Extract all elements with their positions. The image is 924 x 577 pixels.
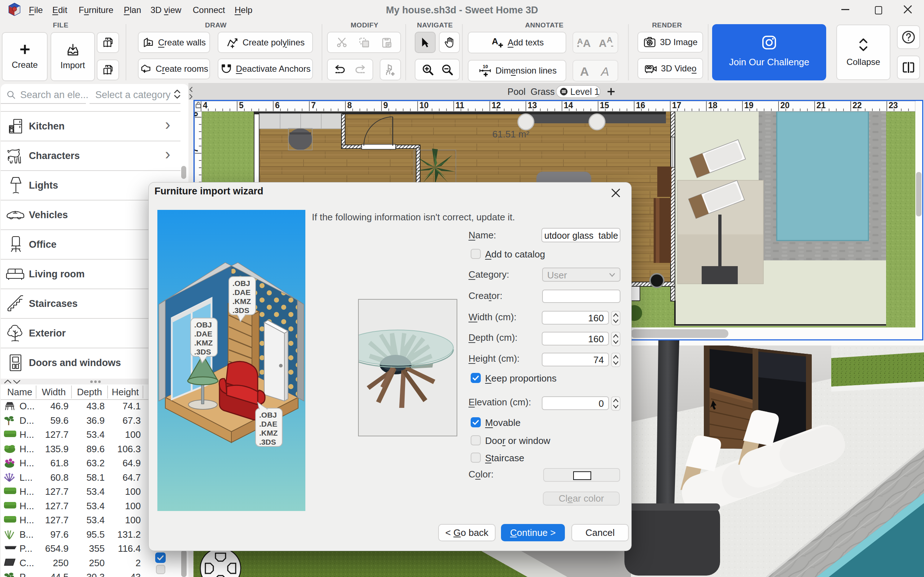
svg-text:A: A xyxy=(607,35,612,44)
svg-text:12: 12 xyxy=(492,101,501,110)
svg-text:16: 16 xyxy=(636,101,645,110)
svg-text:19: 19 xyxy=(744,101,754,110)
svg-text:10: 10 xyxy=(419,101,429,110)
svg-text:.DAE: .DAE xyxy=(259,420,277,428)
svg-text:23: 23 xyxy=(888,101,898,110)
svg-text:6: 6 xyxy=(195,112,200,116)
svg-text:61.51 m²: 61.51 m² xyxy=(492,129,530,140)
svg-text:11: 11 xyxy=(456,101,465,110)
svg-text:10: 10 xyxy=(483,64,488,69)
svg-text:6: 6 xyxy=(275,101,280,110)
svg-text:.3DS: .3DS xyxy=(259,438,276,446)
svg-text:14: 14 xyxy=(564,101,573,110)
svg-text:.3DS: .3DS xyxy=(194,348,211,356)
svg-text:22: 22 xyxy=(853,101,862,110)
svg-text:A: A xyxy=(600,64,609,78)
svg-text:.OBJ: .OBJ xyxy=(194,321,212,329)
svg-text:13: 13 xyxy=(528,101,537,110)
svg-text:7: 7 xyxy=(195,148,200,153)
svg-text:.OBJ: .OBJ xyxy=(233,279,250,287)
svg-text:17: 17 xyxy=(672,101,682,110)
svg-text:5: 5 xyxy=(239,101,244,110)
svg-text:.DAE: .DAE xyxy=(233,288,250,297)
svg-text:A: A xyxy=(492,36,498,46)
svg-text:15: 15 xyxy=(600,101,609,110)
svg-text:18: 18 xyxy=(708,101,717,110)
svg-text:8: 8 xyxy=(347,101,352,110)
svg-text:.KMZ: .KMZ xyxy=(194,338,213,347)
svg-text:20: 20 xyxy=(780,101,790,110)
svg-text:A: A xyxy=(599,37,607,49)
svg-text:.KMZ: .KMZ xyxy=(233,297,251,305)
svg-text:.OBJ: .OBJ xyxy=(259,411,277,419)
svg-text:.KMZ: .KMZ xyxy=(259,429,278,437)
svg-text:4: 4 xyxy=(203,101,208,110)
svg-text:.3DS: .3DS xyxy=(233,306,249,314)
svg-text:A: A xyxy=(583,37,591,49)
svg-text:21: 21 xyxy=(816,101,826,110)
svg-text:.DAE: .DAE xyxy=(194,330,212,338)
svg-text:A: A xyxy=(577,37,583,46)
svg-text:A: A xyxy=(580,64,589,78)
svg-text:7: 7 xyxy=(311,101,316,110)
svg-text:9: 9 xyxy=(383,101,388,110)
